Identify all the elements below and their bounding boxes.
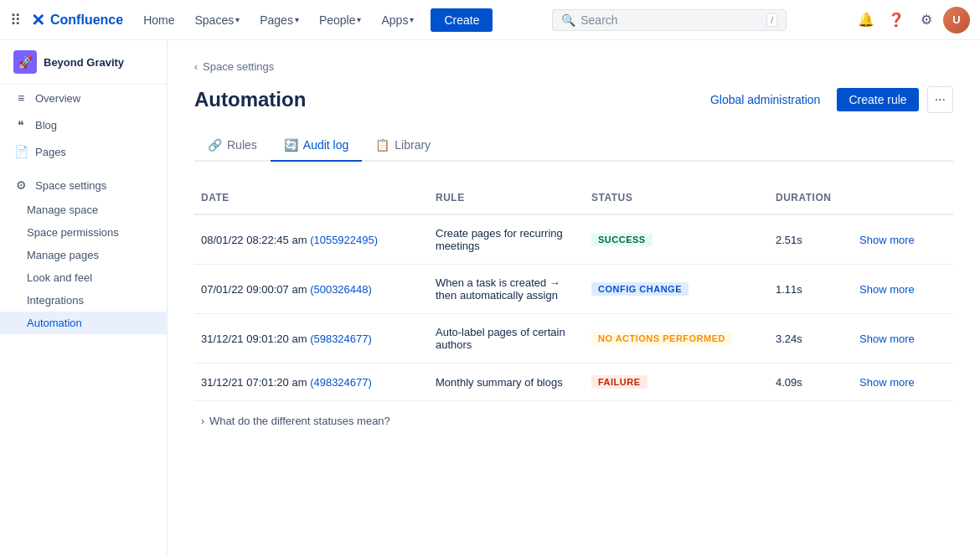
overview-icon: ≡ [13,91,28,105]
grid-icon[interactable]: ⠿ [10,11,21,29]
breadcrumb-chevron-icon: ‹ [194,61,198,73]
cell-rule-4: Monthly summary of blogs [429,368,585,397]
content-area: ‹ Space settings Automation Global admin… [168,40,980,461]
page-title: Automation [194,88,306,111]
logo-x-icon: ✕ [31,10,45,30]
cell-date-3: 31/12/21 09:01:20 am (598324677) [194,324,429,353]
cell-actions-4: Show more [853,368,953,397]
cell-status-4: FAILURE [585,367,769,397]
global-administration-button[interactable]: Global administration [702,88,829,111]
status-badge-2: CONFIG CHANGE [591,282,689,296]
tabs-container: 🔗 Rules 🔄 Audit log 📋 Library [194,130,953,162]
page-header: Automation Global administration Create … [194,86,953,113]
create-button[interactable]: Create [431,8,493,32]
cell-duration-4: 4.09s [769,368,853,397]
header-status: Status [585,188,769,207]
sidebar-item-look-feel[interactable]: Look and feel [0,266,167,289]
space-header[interactable]: 🚀 Beyond Gravity [0,40,167,85]
show-more-link-2[interactable]: Show more [859,283,915,296]
pages-icon: 📄 [13,145,28,158]
expand-statuses-row[interactable]: › What do the different statuses mean? [194,401,953,441]
cell-id-1[interactable]: (1055922495) [310,234,378,246]
create-rule-button[interactable]: Create rule [837,88,918,111]
cell-duration-2: 1.11s [769,275,853,304]
space-settings-section: ⚙ Space settings Manage space Space perm… [0,172,167,334]
cell-actions-2: Show more [853,275,953,304]
header-actions: Global administration Create rule ··· [702,86,953,113]
help-icon[interactable]: ❓ [883,7,910,34]
sidebar-item-automation[interactable]: Automation [0,312,167,334]
cell-actions-1: Show more [853,225,953,255]
space-icon: 🚀 [13,50,37,74]
main-layout: 🚀 Beyond Gravity ≡ Overview ❝ Blog 📄 Pag… [0,40,980,557]
user-avatar[interactable]: U [943,7,970,34]
cell-actions-3: Show more [853,324,953,353]
cell-duration-1: 2.51s [769,225,853,255]
table-row: 31/12/21 09:01:20 am (598324677) Auto-la… [194,314,953,364]
cell-status-1: SUCCESS [585,224,769,255]
breadcrumb: ‹ Space settings [194,60,953,73]
rules-icon: 🔗 [208,138,222,152]
notifications-icon[interactable]: 🔔 [853,7,879,34]
sidebar-item-space-permissions[interactable]: Space permissions [0,221,167,244]
ellipsis-icon: ··· [935,92,946,106]
tab-rules[interactable]: 🔗 Rules [194,130,271,162]
confluence-logo[interactable]: ✕ Confluence [31,10,123,30]
library-icon: 📋 [375,138,389,152]
main-content: ‹ Space settings Automation Global admin… [168,40,980,557]
sidebar-item-pages[interactable]: 📄 Pages [0,138,167,165]
settings-icon[interactable]: ⚙ [913,7,940,34]
nav-icons: 🔔 ❓ ⚙ U [853,7,970,34]
blog-icon: ❝ [13,118,28,132]
tab-library[interactable]: 📋 Library [362,130,444,162]
cell-duration-3: 3.24s [769,324,853,353]
nav-apps[interactable]: Apps ▾ [374,10,420,30]
sidebar-item-blog[interactable]: ❝ Blog [0,111,167,138]
show-more-link-1[interactable]: Show more [859,234,915,246]
audit-log-icon: 🔄 [284,138,298,152]
status-badge-3: NO ACTIONS PERFORMED [591,332,732,345]
cell-rule-2: When a task is created → then automatica… [429,268,585,310]
sidebar-item-overview[interactable]: ≡ Overview [0,85,167,111]
cell-status-3: NO ACTIONS PERFORMED [585,323,769,353]
search-container: 🔍 Search / [499,9,839,31]
header-date: Date [194,188,429,207]
search-shortcut: / [766,13,777,27]
status-badge-1: SUCCESS [591,233,652,246]
space-name: Beyond Gravity [44,56,124,69]
nav-spaces[interactable]: Spaces ▾ [188,10,246,30]
audit-log-table: Date Rule Status Duration 08/01/22 08:22… [194,182,953,441]
table-row: 07/01/22 09:00:07 am (500326448) When a … [194,265,953,314]
breadcrumb-link[interactable]: Space settings [203,60,274,73]
search-box[interactable]: 🔍 Search / [552,9,787,31]
more-actions-button[interactable]: ··· [927,86,953,113]
search-icon: 🔍 [561,13,575,27]
top-navigation: ⠿ ✕ Confluence Home Spaces ▾ Pages ▾ Peo… [0,0,980,40]
cell-date-1: 08/01/22 08:22:45 am (1055922495) [194,225,429,255]
sidebar-item-integrations[interactable]: Integrations [0,289,167,312]
tab-audit-log[interactable]: 🔄 Audit log [271,130,362,162]
cell-date-2: 07/01/22 09:00:07 am (500326448) [194,275,429,304]
table-header: Date Rule Status Duration [194,182,953,215]
header-actions [853,188,953,207]
search-placeholder: Search [580,13,761,27]
table-row: 08/01/22 08:22:45 am (1055922495) Create… [194,215,953,265]
nav-people[interactable]: People ▾ [312,10,369,30]
cell-id-3[interactable]: (598324677) [310,333,372,345]
nav-home[interactable]: Home [137,10,181,30]
show-more-link-4[interactable]: Show more [859,376,915,389]
cell-rule-3: Auto-label pages of certain authors [429,317,585,359]
sidebar-item-manage-space[interactable]: Manage space [0,199,167,221]
cell-id-2[interactable]: (500326448) [310,283,372,296]
sidebar-item-manage-pages[interactable]: Manage pages [0,244,167,266]
chevron-down-icon: ▾ [235,15,240,24]
status-badge-4: FAILURE [591,375,647,389]
sidebar: 🚀 Beyond Gravity ≡ Overview ❝ Blog 📄 Pag… [0,40,168,557]
nav-pages[interactable]: Pages ▾ [253,10,306,30]
header-rule: Rule [429,188,585,207]
gear-icon: ⚙ [13,178,28,192]
show-more-link-3[interactable]: Show more [859,333,915,345]
header-duration: Duration [769,188,853,207]
sidebar-space-settings-header[interactable]: ⚙ Space settings [0,172,167,199]
cell-id-4[interactable]: (498324677) [310,376,372,389]
